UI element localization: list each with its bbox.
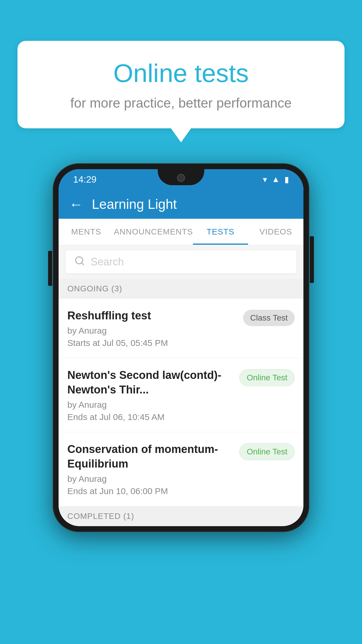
search-input[interactable]: Search [91,256,124,268]
phone-frame: 14:29 ▾ ▲ ▮ ← Learning Light MENTS ANNOU… [53,163,309,532]
svg-line-1 [82,262,84,265]
completed-label: COMPLETED (1) [67,512,134,521]
test-author-2: by Anurag [67,400,233,410]
badge-class-test-1: Class Test [243,310,295,326]
test-info-3: Conservation of momentum-Equilibrium by … [67,442,233,496]
search-bar[interactable]: Search [66,250,296,274]
test-date-1: Starts at Jul 05, 05:45 PM [67,338,237,348]
completed-section-header: COMPLETED (1) [59,506,303,526]
battery-icon: ▮ [284,175,289,184]
ongoing-label: ONGOING (3) [67,284,122,293]
status-time: 14:29 [73,174,96,185]
test-author-1: by Anurag [67,326,237,336]
tab-announcements[interactable]: ANNOUNCEMENTS [114,219,193,245]
notch [158,169,204,185]
test-item-1[interactable]: Reshuffling test by Anurag Starts at Jul… [59,299,303,358]
speech-bubble-container: Online tests for more practice, better p… [17,41,345,128]
app-bar: ← Learning Light [59,190,303,219]
speech-bubble: Online tests for more practice, better p… [17,41,345,128]
test-title-1: Reshuffling test [67,309,237,323]
app-title: Learning Light [92,196,177,212]
notch-camera [177,174,185,182]
bubble-subtitle: for more practice, better performance [41,95,321,111]
badge-online-test-3: Online Test [239,443,295,460]
ongoing-section-header: ONGOING (3) [59,279,303,299]
test-item-3[interactable]: Conservation of momentum-Equilibrium by … [59,432,303,506]
back-button[interactable]: ← [69,196,83,212]
test-info-2: Newton's Second law(contd)-Newton's Thir… [67,368,233,422]
wifi-icon: ▾ [263,175,267,184]
search-container: Search [59,245,303,279]
phone-container: 14:29 ▾ ▲ ▮ ← Learning Light MENTS ANNOU… [53,163,309,532]
test-title-2: Newton's Second law(contd)-Newton's Thir… [67,368,233,397]
test-info-1: Reshuffling test by Anurag Starts at Jul… [67,309,237,348]
status-bar: 14:29 ▾ ▲ ▮ [59,169,303,190]
test-date-3: Ends at Jun 10, 06:00 PM [67,486,233,496]
tab-tests[interactable]: TESTS [193,219,248,245]
tab-videos[interactable]: VIDEOS [248,219,303,245]
phone-screen: 14:29 ▾ ▲ ▮ ← Learning Light MENTS ANNOU… [59,169,303,526]
test-title-3: Conservation of momentum-Equilibrium [67,442,233,471]
status-icons: ▾ ▲ ▮ [263,175,289,184]
test-author-3: by Anurag [67,474,233,484]
test-date-2: Ends at Jul 06, 10:45 AM [67,412,233,422]
bubble-title: Online tests [41,58,321,88]
signal-icon: ▲ [272,175,280,184]
test-item-2[interactable]: Newton's Second law(contd)-Newton's Thir… [59,358,303,432]
tab-ments[interactable]: MENTS [59,219,114,245]
search-icon [74,256,85,269]
badge-online-test-2: Online Test [239,369,295,386]
tabs-container: MENTS ANNOUNCEMENTS TESTS VIDEOS [59,219,303,245]
